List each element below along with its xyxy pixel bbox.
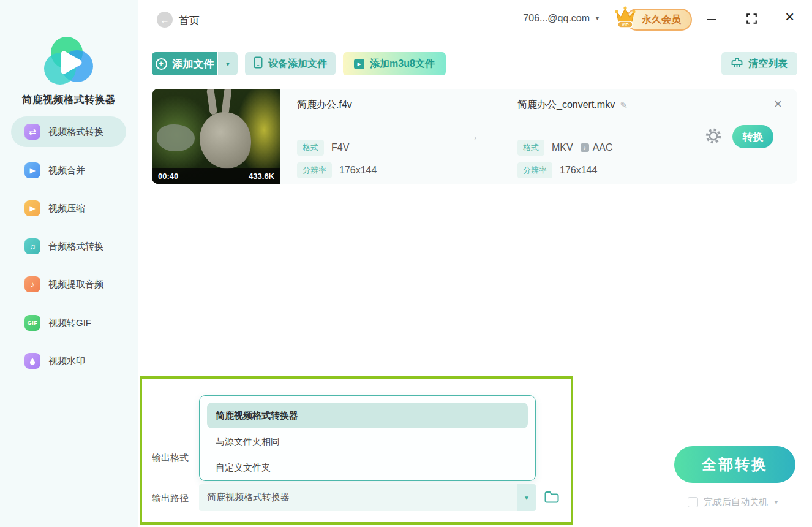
sidebar-item-video-compress[interactable]: ▶ 视频压缩 (11, 193, 126, 224)
sidebar-item-video-merge[interactable]: ▶ 视频合并 (11, 155, 126, 186)
account-email: 706...@qq.com (523, 13, 590, 24)
plus-icon: + (156, 58, 167, 70)
output-path-caret[interactable]: ▼ (517, 484, 536, 511)
dropdown-option-custom-folder[interactable]: 自定义文件夹 (216, 462, 271, 474)
gif-icon: GIF (24, 315, 40, 331)
output-path-value: 简鹿视频格式转换器 (207, 491, 290, 503)
video-convert-icon: ⇄ (24, 124, 40, 140)
app-logo-icon (32, 36, 105, 88)
app-window: 简鹿视频格式转换器 ⇄ 视频格式转换 ▶ 视频合并 ▶ 视频压缩 ♫ 音频格式转… (0, 0, 812, 527)
audio-codec-icon: ♪ (581, 143, 589, 152)
dropdown-option-same-as-source[interactable]: 与源文件夹相同 (216, 436, 280, 448)
audio-convert-icon: ♫ (24, 238, 40, 254)
open-folder-icon[interactable] (544, 490, 560, 507)
add-file-dropdown-caret[interactable]: ▼ (218, 52, 238, 75)
source-filename: 简鹿办公.f4v (297, 99, 352, 112)
chevron-down-icon: ▼ (225, 61, 231, 67)
format-tag: 格式 (297, 140, 324, 156)
maximize-button[interactable] (746, 13, 757, 26)
breadcrumb-home: 首页 (179, 13, 200, 28)
format-tag: 格式 (517, 140, 544, 156)
close-window-button[interactable]: × (785, 9, 794, 25)
resolution-tag: 分辨率 (517, 162, 552, 178)
video-compress-icon: ▶ (24, 200, 40, 216)
app-title: 简鹿视频格式转换器 (0, 93, 138, 107)
output-format-label: 输出格式 (152, 452, 189, 464)
auto-shutdown-toggle[interactable]: 完成后自动关机 ▼ (688, 496, 779, 508)
add-file-from-device-button[interactable]: 设备添加文件 (245, 52, 336, 75)
video-duration: 00:40 (158, 172, 178, 181)
resolution-tag: 分辨率 (297, 162, 332, 178)
output-path-dropdown-panel: 简鹿视频格式转换器 与源文件夹相同 自定义文件夹 (199, 395, 536, 481)
auto-shutdown-label: 完成后自动关机 (704, 496, 768, 508)
remove-item-icon[interactable]: × (774, 97, 782, 111)
output-path-label: 输出路径 (152, 493, 189, 504)
watermark-drop-icon (24, 353, 40, 369)
sidebar-item-video-extract-audio[interactable]: ♪ 视频提取音频 (11, 269, 126, 300)
convert-direction-arrow-icon: → (466, 128, 479, 144)
minimize-button[interactable] (707, 13, 718, 26)
account-menu[interactable]: 706...@qq.com ▼ (502, 13, 600, 24)
broom-icon (731, 57, 743, 70)
file-list-item: 00:40 433.6K 简鹿办公.f4v 格式 F4V 分辨率 176x144… (152, 89, 797, 184)
sidebar-item-audio-format-convert[interactable]: ♫ 音频格式转换 (11, 231, 126, 262)
rename-pencil-icon[interactable]: ✎ (620, 100, 628, 111)
video-merge-icon: ▶ (24, 162, 40, 178)
source-format-value: F4V (331, 142, 349, 153)
back-arrow-icon: ← (160, 15, 170, 25)
target-audio-codec: AAC (593, 142, 613, 153)
video-filesize: 433.6K (249, 172, 274, 181)
output-path-select[interactable]: 简鹿视频格式转换器 ▼ (199, 484, 536, 511)
audio-extract-icon: ♪ (24, 276, 40, 292)
chevron-down-icon: ▼ (773, 499, 779, 506)
item-settings-gear-icon[interactable] (705, 127, 722, 147)
sidebar-item-video-format-convert[interactable]: ⇄ 视频格式转换 (11, 116, 126, 147)
vip-crown-icon: VIP (612, 4, 638, 29)
m3u8-file-icon: ▶ (354, 59, 364, 69)
add-file-button[interactable]: + 添加文件 (152, 52, 217, 75)
sidebar-item-video-watermark[interactable]: 视频水印 (11, 346, 126, 376)
target-filename: 简鹿办公_convert.mkv (517, 99, 615, 112)
back-button[interactable]: ← (157, 12, 173, 28)
phone-icon (254, 56, 263, 71)
add-m3u8-file-button[interactable]: ▶ 添加m3u8文件 (343, 52, 446, 75)
chevron-down-icon: ▼ (524, 495, 530, 501)
video-thumbnail[interactable]: 00:40 433.6K (152, 89, 280, 184)
chevron-down-icon: ▼ (595, 15, 600, 21)
target-resolution-value: 176x144 (560, 165, 597, 176)
clear-list-button[interactable]: 清空列表 (721, 52, 797, 75)
convert-item-button[interactable]: 转换 (732, 125, 773, 148)
target-format-value: MKV (552, 142, 573, 153)
convert-all-button[interactable]: 全部转换 (674, 446, 795, 483)
dropdown-option-selected[interactable]: 简鹿视频格式转换器 (207, 403, 528, 428)
sidebar-item-video-to-gif[interactable]: GIF 视频转GIF (11, 308, 126, 338)
source-resolution-value: 176x144 (339, 165, 377, 176)
checkbox-icon[interactable] (688, 497, 698, 507)
svg-text:VIP: VIP (622, 23, 629, 27)
sidebar: 简鹿视频格式转换器 ⇄ 视频格式转换 ▶ 视频合并 ▶ 视频压缩 ♫ 音频格式转… (0, 0, 138, 527)
